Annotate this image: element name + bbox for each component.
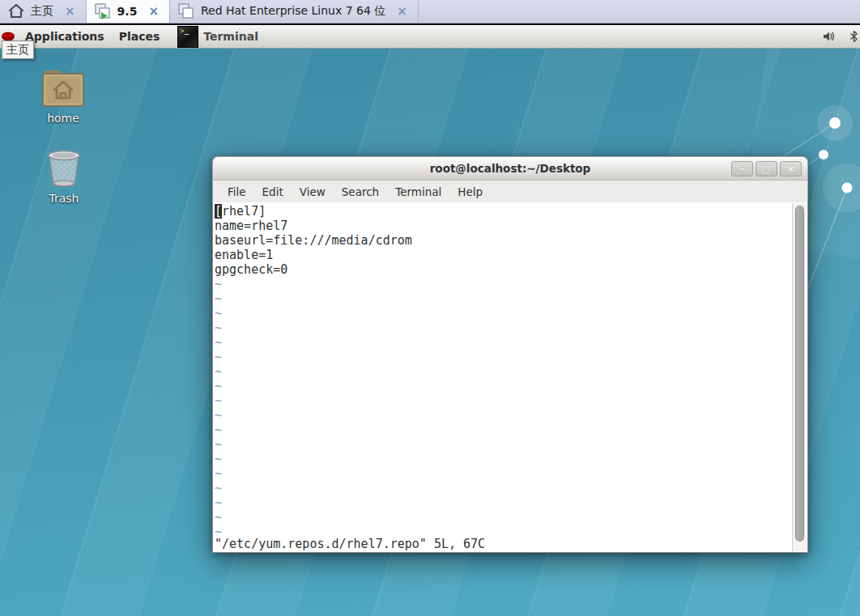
menu-terminal[interactable]: Terminal bbox=[387, 185, 449, 198]
tab-label: 9.5 bbox=[117, 5, 138, 18]
vm-running-icon bbox=[94, 2, 112, 20]
tab-home[interactable]: 主页 × bbox=[0, 0, 87, 23]
menu-applications-label: Applications bbox=[25, 30, 104, 43]
home-folder-icon bbox=[40, 67, 86, 109]
vim-empty-line: ~ bbox=[215, 379, 791, 393]
desktop[interactable]: home Trash root@localho bbox=[0, 49, 860, 616]
vim-empty-line: ~ bbox=[215, 306, 791, 321]
vim-empty-line: ~ bbox=[215, 408, 791, 423]
vim-empty-line: ~ bbox=[215, 335, 791, 350]
volume-icon[interactable] bbox=[822, 30, 837, 43]
terminal-app-icon: >_ bbox=[177, 26, 198, 48]
vim-empty-line: ~ bbox=[215, 423, 791, 437]
desktop-icon-label: Trash bbox=[29, 192, 99, 205]
menu-file[interactable]: File bbox=[219, 185, 254, 198]
trash-icon bbox=[43, 147, 85, 189]
terminal-buffer: [rhel7]name=rhel7baseurl=file:///media/c… bbox=[215, 204, 791, 552]
terminal-line: enable=1 bbox=[215, 248, 791, 262]
screen: 主页 × 9.5 × Red Hat Enterprise Linux 7 64… bbox=[0, 0, 860, 616]
window-title: root@localhost:~/Desktop bbox=[430, 162, 591, 175]
terminal-content[interactable]: [rhel7]name=rhel7baseurl=file:///media/c… bbox=[212, 202, 808, 553]
menu-places[interactable]: Places bbox=[114, 25, 172, 48]
vim-status-line: "/etc/yum.repos.d/rhel7.repo" 5L, 67C bbox=[215, 537, 485, 551]
vim-empty-line: ~ bbox=[215, 510, 791, 525]
tab-close-icon[interactable]: × bbox=[62, 5, 78, 19]
vm-icon bbox=[177, 2, 195, 20]
desktop-icon-label: home bbox=[28, 112, 98, 125]
terminal-menubar: File Edit View Search Terminal Help bbox=[212, 181, 808, 202]
vim-empty-line: ~ bbox=[215, 393, 791, 408]
tab-close-icon[interactable]: × bbox=[394, 5, 410, 19]
terminal-line: baseurl=file:///media/cdrom bbox=[215, 233, 791, 248]
active-app-label: Terminal bbox=[203, 30, 258, 43]
menu-help[interactable]: Help bbox=[449, 185, 491, 198]
terminal-window: root@localhost:~/Desktop – □ × File Edit… bbox=[212, 156, 808, 553]
vim-empty-line: ~ bbox=[215, 364, 791, 379]
tab-tooltip-label: 主页 bbox=[6, 43, 29, 57]
menu-edit[interactable]: Edit bbox=[254, 185, 292, 198]
close-button[interactable]: × bbox=[780, 161, 802, 176]
menu-search[interactable]: Search bbox=[334, 185, 387, 198]
tab-vm-rhel7[interactable]: Red Hat Enterprise Linux 7 64 位 × bbox=[170, 0, 419, 23]
tab-close-icon[interactable]: × bbox=[146, 5, 161, 19]
vim-empty-line: ~ bbox=[215, 350, 791, 364]
tab-vm-9-5[interactable]: 9.5 × bbox=[87, 0, 170, 23]
vim-cursor: [ bbox=[215, 204, 222, 219]
desktop-icon-home[interactable]: home bbox=[28, 67, 98, 125]
tab-label: Red Hat Enterprise Linux 7 64 位 bbox=[201, 4, 385, 19]
status-area bbox=[822, 30, 860, 43]
menu-view[interactable]: View bbox=[292, 185, 334, 198]
terminal-titlebar[interactable]: root@localhost:~/Desktop – □ × bbox=[212, 156, 808, 181]
tab-label: 主页 bbox=[31, 4, 53, 19]
minimize-button[interactable]: – bbox=[731, 161, 753, 176]
terminal-scrollbar[interactable] bbox=[792, 203, 807, 551]
home-tab-icon bbox=[7, 2, 25, 20]
terminal-line: [rhel7] bbox=[215, 204, 791, 219]
vim-empty-line: ~ bbox=[215, 321, 791, 335]
terminal-line: gpgcheck=0 bbox=[215, 262, 791, 277]
vim-empty-line: ~ bbox=[215, 495, 791, 510]
desktop-icon-trash[interactable]: Trash bbox=[29, 147, 99, 205]
menu-places-label: Places bbox=[119, 30, 160, 43]
vim-empty-line: ~ bbox=[215, 437, 791, 452]
active-app-menu[interactable]: >_ Terminal bbox=[177, 25, 258, 48]
window-controls: – □ × bbox=[731, 161, 802, 176]
vim-empty-line: ~ bbox=[215, 481, 791, 495]
tab-tooltip: 主页 bbox=[2, 40, 34, 59]
scrollbar-thumb[interactable] bbox=[795, 206, 804, 542]
gnome-top-bar: Applications Places >_ Terminal bbox=[0, 25, 860, 49]
terminal-line: name=rhel7 bbox=[215, 219, 791, 233]
bluetooth-icon[interactable] bbox=[849, 30, 858, 43]
maximize-button[interactable]: □ bbox=[756, 161, 777, 176]
vim-empty-line: ~ bbox=[215, 466, 791, 481]
vim-empty-line: ~ bbox=[215, 291, 791, 306]
vm-tab-bar: 主页 × 9.5 × Red Hat Enterprise Linux 7 64… bbox=[0, 0, 860, 23]
vim-empty-line: ~ bbox=[215, 452, 791, 466]
vim-empty-line: ~ bbox=[215, 277, 791, 291]
